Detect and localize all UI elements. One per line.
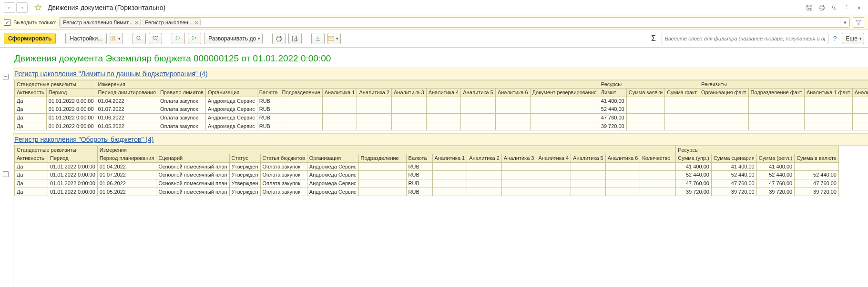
- table-row[interactable]: Да01.01.2022 0:00:0001.07.2022Основной п…: [15, 171, 839, 179]
- col-header: Аналитика 6: [495, 89, 530, 97]
- cell: RUB: [257, 105, 280, 114]
- token-remove-icon[interactable]: ✕: [194, 20, 198, 25]
- kebab-icon[interactable]: ⋮: [841, 2, 852, 13]
- cell: [467, 171, 502, 179]
- col-group: Реквизиты: [699, 80, 868, 89]
- cell: 39 720,00: [711, 188, 756, 196]
- section-link[interactable]: Регистр накопления "Лимиты по данным бюд…: [0, 68, 868, 80]
- filter-input[interactable]: [662, 33, 828, 44]
- cell: [280, 122, 322, 130]
- cell: [432, 188, 467, 196]
- filter-token[interactable]: Регистр накоплен... ✕: [143, 19, 201, 26]
- sigma-icon[interactable]: Σ: [651, 34, 656, 43]
- favorite-icon[interactable]: [34, 4, 42, 11]
- table-row[interactable]: Да01.01.2022 0:00:0001.04.2022Оплата зак…: [15, 97, 868, 105]
- cell: [461, 122, 496, 130]
- table-row[interactable]: Да01.01.2022 0:00:0001.05.2022Оплата зак…: [15, 122, 868, 130]
- cell: [571, 179, 606, 188]
- expand-groups-button[interactable]: [188, 33, 201, 44]
- generate-button[interactable]: Сформировать: [4, 33, 56, 44]
- more-button[interactable]: Еще ▾: [842, 33, 864, 44]
- cell: [530, 122, 599, 130]
- token-remove-icon[interactable]: ✕: [134, 20, 138, 25]
- cell: [804, 97, 852, 105]
- cell: 01.01.2022 0:00:00: [46, 105, 96, 114]
- cell: [357, 97, 392, 105]
- print-button[interactable]: [272, 33, 286, 44]
- cell: [461, 97, 496, 105]
- token-bar[interactable]: Регистр накопления Лимит... ✕ Регистр на…: [59, 17, 850, 28]
- cell: [357, 122, 392, 130]
- cell: Да: [15, 122, 47, 130]
- preview-button[interactable]: [288, 33, 302, 44]
- section-link[interactable]: Регистр накопления "Обороты бюджетов" (4…: [0, 133, 868, 146]
- output-only-checkbox[interactable]: ✓: [4, 19, 10, 26]
- cell: [501, 179, 536, 188]
- expand-to-button[interactable]: Разворачивать до ▾: [204, 33, 263, 44]
- cell: 39 720,00: [599, 122, 626, 130]
- cell: [358, 179, 406, 188]
- cell: [626, 122, 665, 130]
- token-dropdown-icon[interactable]: ▾: [840, 18, 849, 27]
- forward-button[interactable]: →: [16, 2, 28, 13]
- cell: Андромеда Сервис: [205, 113, 257, 122]
- save-icon[interactable]: [804, 2, 815, 13]
- cell: [748, 113, 804, 122]
- cell: 01.01.2022 0:00:00: [48, 179, 98, 188]
- table-row[interactable]: Да01.01.2022 0:00:0001.06.2022Оплата зак…: [15, 113, 868, 122]
- cell: Оплата закупок: [158, 97, 205, 105]
- col-group: Стандартные реквизиты: [15, 146, 98, 154]
- cell: 01.04.2022: [96, 97, 158, 105]
- find-next-button[interactable]: [149, 33, 162, 44]
- cell: [665, 97, 699, 105]
- back-button[interactable]: ←: [4, 2, 15, 13]
- outline-collapse-icon[interactable]: −: [3, 171, 9, 177]
- cell: Оплата закупок: [260, 188, 307, 196]
- filter-token-row: ✓ Выводить только: Регистр накопления Ли…: [0, 15, 868, 30]
- table-row[interactable]: Да01.01.2022 0:00:0001.04.2022Основной п…: [15, 162, 839, 171]
- cell: [357, 113, 392, 122]
- cell: [852, 113, 868, 122]
- help-icon[interactable]: ?: [833, 35, 837, 42]
- filter-token[interactable]: Регистр накопления Лимит... ✕: [61, 19, 141, 26]
- settings-variants-button[interactable]: ▾: [110, 33, 123, 44]
- cell: Утвержден: [229, 171, 260, 179]
- print-icon[interactable]: [817, 2, 827, 13]
- cell: [357, 105, 392, 114]
- cell: [495, 113, 530, 122]
- group-header-row: Стандартные реквизиты Измерения Ресурсы: [15, 146, 839, 154]
- collapse-groups-button[interactable]: [172, 33, 185, 44]
- col-header: Период: [46, 89, 96, 97]
- cell: Утвержден: [229, 188, 260, 196]
- cell: 47 760,00: [756, 179, 794, 188]
- col-header: Период: [48, 154, 98, 163]
- cell: Андромеда Сервис: [307, 179, 358, 188]
- find-button[interactable]: [133, 33, 146, 44]
- col-header: Аналитика 2 факт: [852, 89, 868, 97]
- cell: [501, 162, 536, 171]
- cell: Основной помесячный план: [156, 162, 229, 171]
- send-button[interactable]: ▾: [327, 33, 341, 44]
- save-report-button[interactable]: [311, 33, 325, 44]
- col-header: Сумма факт: [665, 89, 699, 97]
- cell: Основной помесячный план: [156, 188, 229, 196]
- table-row[interactable]: Да01.01.2022 0:00:0001.05.2022Основной п…: [15, 188, 839, 196]
- cell: RUB: [406, 179, 432, 188]
- outline-collapse-icon[interactable]: −: [3, 74, 9, 79]
- table-row[interactable]: Да01.01.2022 0:00:0001.06.2022Основной п…: [15, 179, 839, 188]
- filter-funnel-button[interactable]: [853, 17, 864, 28]
- col-header: Валюта: [406, 154, 432, 163]
- cell: [536, 162, 571, 171]
- close-icon[interactable]: ×: [854, 2, 864, 13]
- cell: [605, 162, 640, 171]
- col-header: Сумма заявки: [626, 89, 665, 97]
- settings-button[interactable]: Настройки...: [65, 33, 107, 44]
- table-row[interactable]: Да01.01.2022 0:00:0001.07.2022Оплата зак…: [15, 105, 868, 114]
- col-header: Аналитика 3: [501, 154, 536, 163]
- report-area[interactable]: − − Движения документа Экземпляр бюджета…: [0, 48, 868, 287]
- cell: [571, 171, 606, 179]
- cell: [605, 179, 640, 188]
- cell: [426, 105, 461, 114]
- link-icon[interactable]: [829, 2, 839, 13]
- cell: [626, 97, 665, 105]
